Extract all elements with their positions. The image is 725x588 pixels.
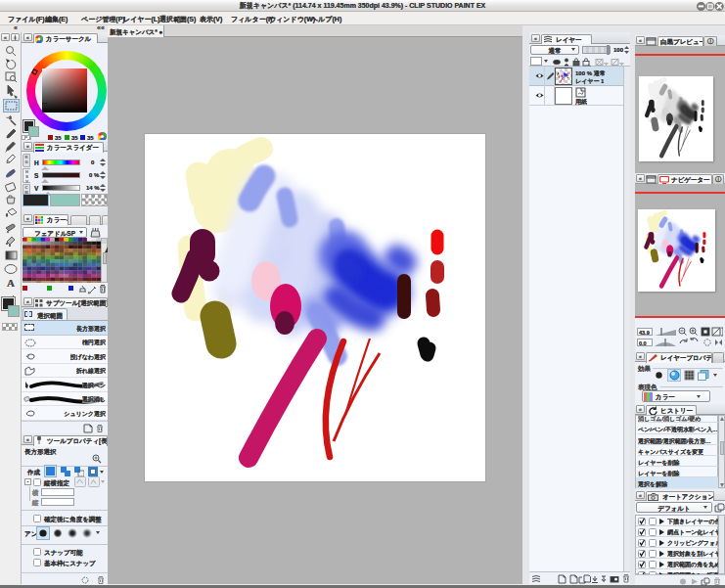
svg-text:A: A: [7, 277, 15, 289]
